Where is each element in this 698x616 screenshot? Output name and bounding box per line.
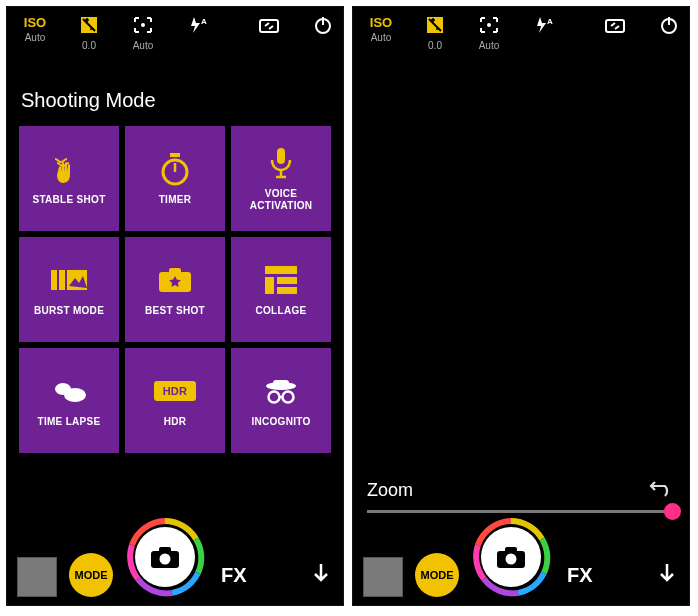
svg-rect-19: [277, 277, 297, 284]
svg-rect-32: [159, 547, 171, 553]
power-button[interactable]: [651, 15, 687, 38]
shutter-button[interactable]: [481, 527, 541, 587]
mode-label: BEST SHOT: [141, 305, 209, 317]
focus-value: Auto: [479, 40, 500, 51]
mode-tile-collage[interactable]: COLLAGE: [231, 237, 331, 342]
collapse-button[interactable]: [309, 561, 333, 589]
gallery-thumbnail[interactable]: [363, 557, 403, 597]
camera-star-icon: [157, 263, 193, 297]
zoom-undo-button[interactable]: [649, 478, 675, 502]
zoom-panel: Zoom: [353, 478, 689, 513]
camera-icon: [150, 545, 180, 569]
shutter-button[interactable]: [135, 527, 195, 587]
mode-label: TIME LAPSE: [33, 416, 104, 428]
mode-tile-incognito[interactable]: INCOGNITO: [231, 348, 331, 453]
mode-label: STABLE SHOT: [28, 194, 109, 206]
svg-point-33: [160, 554, 171, 565]
focus-bracket-icon: [478, 15, 500, 38]
top-toolbar: ISO Auto 0.0 Auto A: [353, 7, 689, 55]
camera-switch-icon: [603, 15, 627, 38]
svg-point-22: [64, 388, 86, 402]
top-toolbar: ISO Auto 0.0 Auto A: [7, 7, 343, 55]
stopwatch-icon: [158, 152, 192, 186]
gallery-thumbnail[interactable]: [17, 557, 57, 597]
undo-icon: [649, 478, 675, 498]
arrow-down-icon: [655, 561, 679, 585]
svg-rect-37: [606, 20, 624, 32]
power-button[interactable]: [305, 15, 341, 38]
mode-tile-burst-mode[interactable]: BURST MODE: [19, 237, 119, 342]
flash-button[interactable]: A: [525, 15, 561, 38]
arrow-down-icon: [309, 561, 333, 585]
iso-button[interactable]: ISO Auto: [17, 15, 53, 43]
power-icon: [659, 15, 679, 38]
mode-tile-hdr[interactable]: HDR HDR: [125, 348, 225, 453]
camera-switch-button[interactable]: [251, 15, 287, 38]
mode-button[interactable]: MODE: [415, 553, 459, 597]
flash-auto-icon: A: [186, 15, 208, 38]
svg-rect-16: [169, 268, 181, 274]
mode-tile-voice-activation[interactable]: VOICE ACTIVATION: [231, 126, 331, 231]
collapse-button[interactable]: [655, 561, 679, 589]
mode-tile-best-shot[interactable]: BEST SHOT: [125, 237, 225, 342]
camera-switch-button[interactable]: [597, 15, 633, 38]
shooting-mode-grid: STABLE SHOT TIMER VOICE ACTIVATION BURST…: [7, 126, 343, 453]
svg-rect-3: [260, 20, 278, 32]
phone-zoom: ISO Auto 0.0 Auto A: [352, 6, 690, 606]
focus-button[interactable]: Auto: [471, 15, 507, 51]
mode-tile-time-lapse[interactable]: TIME LAPSE: [19, 348, 119, 453]
svg-point-27: [269, 391, 280, 402]
shutter-wrap: [125, 517, 205, 597]
zoom-slider[interactable]: [367, 510, 675, 513]
exposure-value: 0.0: [428, 40, 442, 51]
svg-point-28: [283, 391, 294, 402]
focus-button[interactable]: Auto: [125, 15, 161, 51]
svg-text:A: A: [547, 17, 553, 26]
bottom-toolbar: MODE FX: [7, 525, 343, 605]
svg-rect-42: [505, 547, 517, 553]
zoom-label: Zoom: [367, 480, 413, 501]
iso-value: Auto: [371, 32, 392, 43]
iso-title: ISO: [24, 15, 46, 30]
clouds-icon: [49, 374, 89, 408]
svg-rect-9: [277, 148, 285, 164]
iso-value: Auto: [25, 32, 46, 43]
microphone-icon: [268, 146, 294, 180]
mode-tile-stable-shot[interactable]: STABLE SHOT: [19, 126, 119, 231]
exposure-compensation-icon: [79, 15, 99, 38]
zoom-slider-thumb[interactable]: [664, 503, 681, 520]
camera-switch-icon: [257, 15, 281, 38]
incognito-icon: [263, 374, 299, 408]
power-icon: [313, 15, 333, 38]
svg-rect-20: [277, 287, 297, 294]
mode-tile-timer[interactable]: TIMER: [125, 126, 225, 231]
mode-label: INCOGNITO: [247, 416, 314, 428]
camera-icon: [496, 545, 526, 569]
fx-button[interactable]: FX: [221, 564, 247, 587]
svg-point-35: [487, 23, 491, 27]
hand-waves-icon: [49, 152, 89, 186]
iso-title: ISO: [370, 15, 392, 30]
focus-bracket-icon: [132, 15, 154, 38]
shutter-wrap: [471, 517, 551, 597]
exposure-button[interactable]: 0.0: [71, 15, 107, 51]
mode-label: TIMER: [155, 194, 196, 206]
iso-button[interactable]: ISO Auto: [363, 15, 399, 43]
svg-rect-13: [59, 270, 65, 290]
exposure-button[interactable]: 0.0: [417, 15, 453, 51]
exposure-value: 0.0: [82, 40, 96, 51]
svg-point-1: [141, 23, 145, 27]
svg-text:HDR: HDR: [163, 385, 188, 397]
bottom-toolbar: MODE FX: [353, 525, 689, 605]
burst-stack-icon: [49, 263, 89, 297]
flash-auto-icon: A: [532, 15, 554, 38]
mode-label: VOICE ACTIVATION: [246, 188, 317, 211]
svg-text:A: A: [201, 17, 207, 26]
mode-button[interactable]: MODE: [69, 553, 113, 597]
svg-rect-6: [170, 153, 180, 157]
flash-button[interactable]: A: [179, 15, 215, 38]
svg-rect-12: [51, 270, 57, 290]
fx-button[interactable]: FX: [567, 564, 593, 587]
shooting-mode-header: Shooting Mode: [7, 55, 343, 126]
focus-value: Auto: [133, 40, 154, 51]
